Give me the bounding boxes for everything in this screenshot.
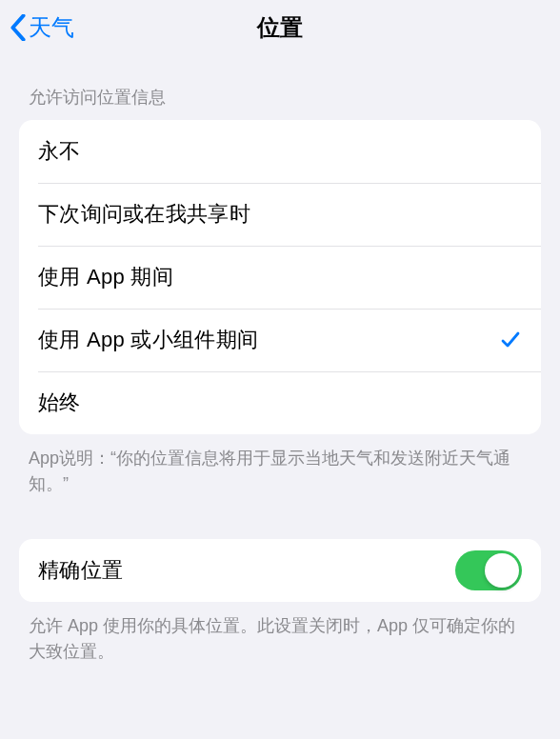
access-section-footer: App说明：“你的位置信息将用于显示当地天气和发送附近天气通知。” [0,434,560,497]
access-options-group: 永不 下次询问或在我共享时 使用 App 期间 使用 App 或小组件期间 始终 [19,120,541,434]
option-label: 使用 App 或小组件期间 [38,326,258,354]
section-spacer [0,497,560,539]
option-label: 下次询问或在我共享时 [38,200,250,229]
back-button[interactable]: 天气 [10,12,74,43]
checkmark-icon [499,329,522,351]
navbar: 天气 位置 [0,0,560,55]
access-section-header: 允许访问位置信息 [0,86,560,120]
back-label: 天气 [29,12,74,43]
precise-location-label: 精确位置 [38,556,123,585]
precise-section-footer: 允许 App 使用你的具体位置。此设置关闭时，App 仅可确定你的大致位置。 [0,602,560,665]
precise-location-row[interactable]: 精确位置 [19,539,541,602]
access-option-while-using-app-or-widgets[interactable]: 使用 App 或小组件期间 [19,309,541,371]
chevron-left-icon [10,14,27,41]
option-label: 永不 [38,137,81,166]
precise-location-group: 精确位置 [19,539,541,602]
option-label: 始终 [38,389,81,417]
toggle-knob [485,553,519,588]
page-title: 位置 [257,12,303,43]
access-option-ask-next-time[interactable]: 下次询问或在我共享时 [19,183,541,246]
access-option-while-using-app[interactable]: 使用 App 期间 [19,246,541,309]
option-label: 使用 App 期间 [38,263,173,291]
access-option-never[interactable]: 永不 [19,120,541,183]
content: 允许访问位置信息 永不 下次询问或在我共享时 使用 App 期间 使用 App … [0,55,560,665]
precise-location-toggle[interactable] [455,550,522,590]
access-option-always[interactable]: 始终 [19,371,541,434]
